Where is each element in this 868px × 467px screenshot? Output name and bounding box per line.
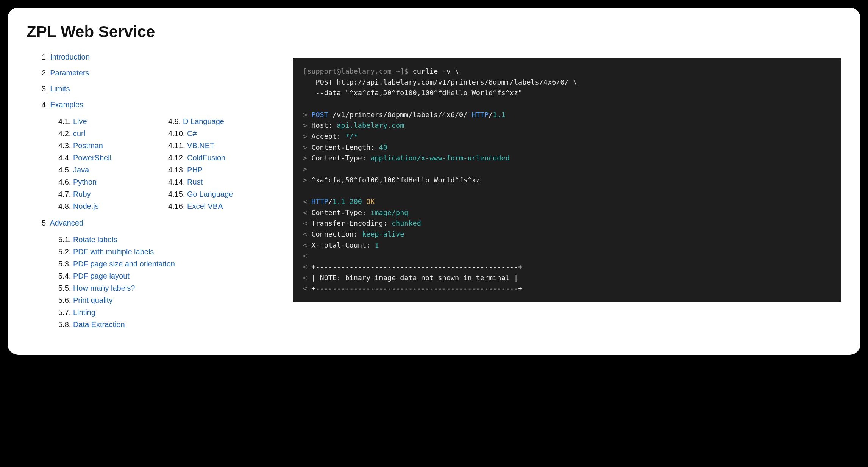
toc-subitem: 4.14. Rust: [168, 176, 278, 188]
toc-item: Examples4.1. Live4.2. curl4.3. Postman4.…: [42, 99, 278, 212]
toc-sublink[interactable]: Data Extraction: [73, 320, 125, 329]
toc-item: Introduction: [42, 52, 278, 62]
toc-sublist: 4.1. Live4.2. curl4.3. Postman4.4. Power…: [42, 115, 278, 212]
toc-sublink[interactable]: Linting: [73, 308, 95, 317]
toc-item: Advanced5.1. Rotate labels5.2. PDF with …: [42, 218, 278, 331]
toc-subitem: 5.6. Print quality: [58, 294, 278, 306]
toc-subitem: 5.2. PDF with multiple labels: [58, 246, 278, 258]
toc-sublink[interactable]: PDF with multiple labels: [73, 248, 154, 256]
toc-subitem: 4.11. VB.NET: [168, 139, 278, 152]
toc-subitem: 5.3. PDF page size and orientation: [58, 258, 278, 270]
toc-sublink[interactable]: Live: [73, 117, 87, 125]
toc-sublink[interactable]: PowerShell: [73, 154, 111, 162]
toc-sublink[interactable]: Ruby: [73, 190, 91, 198]
toc-sublink[interactable]: D Language: [183, 117, 224, 125]
toc-sublink[interactable]: Excel VBA: [187, 202, 223, 210]
toc-subitem: 4.6. Python: [58, 176, 168, 188]
toc-link[interactable]: Introduction: [50, 53, 90, 61]
toc-subitem: 4.15. Go Language: [168, 188, 278, 200]
toc-item: Parameters: [42, 67, 278, 78]
toc-subitem: 5.4. PDF page layout: [58, 270, 278, 282]
toc-link[interactable]: Parameters: [50, 69, 89, 77]
terminal-output: [support@labelary.com ~]$ curlie -v \ PO…: [293, 58, 841, 302]
content-card: ZPL Web Service IntroductionParametersLi…: [8, 8, 860, 355]
toc-sublink[interactable]: curl: [73, 129, 85, 138]
toc-sublink[interactable]: VB.NET: [187, 141, 214, 150]
toc-subitem: 4.4. PowerShell: [58, 152, 168, 164]
toc-sublink[interactable]: Python: [73, 178, 97, 186]
toc-subitem: 5.1. Rotate labels: [58, 234, 278, 246]
toc-sublink[interactable]: Java: [73, 166, 89, 174]
toc-subitem: 4.5. Java: [58, 164, 168, 176]
left-column: ZPL Web Service IntroductionParametersLi…: [27, 23, 278, 336]
right-column: [support@labelary.com ~]$ curlie -v \ PO…: [293, 23, 841, 336]
toc-link[interactable]: Examples: [50, 100, 83, 109]
toc-subitem: 4.8. Node.js: [58, 200, 168, 212]
toc-subitem: 4.16. Excel VBA: [168, 200, 278, 212]
toc-subitem: 4.9. D Language: [168, 115, 278, 127]
toc-subitem: 5.8. Data Extraction: [58, 318, 278, 331]
toc-sublink[interactable]: Rust: [187, 178, 203, 186]
toc-subitem: 4.13. PHP: [168, 164, 278, 176]
toc-subitem: 5.5. How many labels?: [58, 282, 278, 294]
toc-subitem: 4.2. curl: [58, 127, 168, 139]
toc-subitem: 4.1. Live: [58, 115, 168, 127]
toc-sublink[interactable]: How many labels?: [73, 284, 135, 292]
toc-sublist: 5.1. Rotate labels5.2. PDF with multiple…: [42, 234, 278, 331]
toc-sublink[interactable]: Node.js: [73, 202, 99, 210]
toc-subitem: 4.10. C#: [168, 127, 278, 139]
toc-link[interactable]: Limits: [50, 85, 70, 93]
toc-sublink[interactable]: PHP: [187, 166, 203, 174]
toc-subitem: 5.7. Linting: [58, 306, 278, 318]
toc-sublink[interactable]: Go Language: [187, 190, 233, 198]
toc-sublink[interactable]: PDF page size and orientation: [73, 260, 175, 268]
toc-sublink[interactable]: PDF page layout: [73, 272, 130, 280]
toc-sublink[interactable]: Rotate labels: [73, 235, 117, 244]
toc-sublink[interactable]: Print quality: [73, 296, 113, 304]
toc-link[interactable]: Advanced: [50, 219, 83, 227]
toc-sublink[interactable]: Postman: [73, 141, 103, 150]
toc-sublink[interactable]: C#: [187, 129, 197, 138]
toc-item: Limits: [42, 83, 278, 94]
toc-subitem: 4.3. Postman: [58, 139, 168, 152]
page-title: ZPL Web Service: [27, 23, 278, 41]
toc-subitem: 4.7. Ruby: [58, 188, 168, 200]
toc-sublink[interactable]: ColdFusion: [187, 154, 225, 162]
table-of-contents: IntroductionParametersLimitsExamples4.1.…: [27, 52, 278, 331]
toc-subitem: 4.12. ColdFusion: [168, 152, 278, 164]
